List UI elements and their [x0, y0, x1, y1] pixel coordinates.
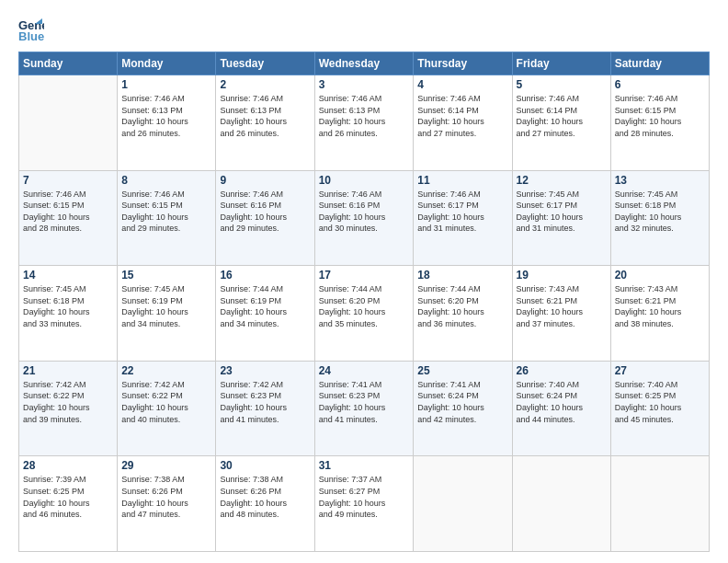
day-cell: 7Sunrise: 7:46 AM Sunset: 6:15 PM Daylig…: [19, 170, 118, 266]
day-info: Sunrise: 7:46 AM Sunset: 6:15 PM Dayligh…: [615, 93, 705, 139]
day-number: 3: [319, 78, 410, 91]
day-number: 31: [319, 459, 410, 472]
day-number: 20: [615, 269, 705, 282]
day-cell: 11Sunrise: 7:46 AM Sunset: 6:17 PM Dayli…: [414, 170, 512, 266]
day-number: 19: [517, 269, 607, 282]
day-number: 17: [319, 269, 410, 282]
day-info: Sunrise: 7:41 AM Sunset: 6:24 PM Dayligh…: [417, 379, 507, 425]
day-info: Sunrise: 7:44 AM Sunset: 6:20 PM Dayligh…: [417, 283, 507, 329]
day-cell: 22Sunrise: 7:42 AM Sunset: 6:22 PM Dayli…: [118, 361, 216, 456]
day-info: Sunrise: 7:42 AM Sunset: 6:22 PM Dayligh…: [121, 379, 211, 425]
day-number: 18: [417, 269, 507, 282]
day-cell: 23Sunrise: 7:42 AM Sunset: 6:23 PM Dayli…: [216, 361, 314, 456]
day-number: 6: [615, 78, 705, 91]
day-cell: 19Sunrise: 7:43 AM Sunset: 6:21 PM Dayli…: [512, 266, 610, 362]
day-number: 15: [121, 269, 211, 282]
day-number: 26: [517, 364, 607, 377]
day-number: 9: [220, 174, 310, 187]
day-cell: 2Sunrise: 7:46 AM Sunset: 6:13 PM Daylig…: [216, 75, 314, 171]
day-number: 2: [220, 78, 310, 91]
day-info: Sunrise: 7:46 AM Sunset: 6:16 PM Dayligh…: [319, 189, 410, 235]
day-number: 24: [319, 364, 410, 377]
day-info: Sunrise: 7:38 AM Sunset: 6:26 PM Dayligh…: [220, 474, 310, 520]
week-row-4: 21Sunrise: 7:42 AM Sunset: 6:22 PM Dayli…: [19, 361, 710, 456]
weekday-header-thursday: Thursday: [414, 52, 512, 75]
day-info: Sunrise: 7:46 AM Sunset: 6:15 PM Dayligh…: [23, 189, 113, 235]
calendar-table: SundayMondayTuesdayWednesdayThursdayFrid…: [18, 52, 710, 552]
day-number: 16: [220, 269, 310, 282]
day-info: Sunrise: 7:41 AM Sunset: 6:23 PM Dayligh…: [319, 379, 410, 425]
day-info: Sunrise: 7:46 AM Sunset: 6:15 PM Dayligh…: [121, 189, 211, 235]
day-cell: 21Sunrise: 7:42 AM Sunset: 6:22 PM Dayli…: [19, 361, 118, 456]
day-cell: 6Sunrise: 7:46 AM Sunset: 6:15 PM Daylig…: [610, 75, 709, 171]
day-cell: 30Sunrise: 7:38 AM Sunset: 6:26 PM Dayli…: [216, 456, 314, 552]
day-cell: 29Sunrise: 7:38 AM Sunset: 6:26 PM Dayli…: [118, 456, 216, 552]
logo-icon: General Blue: [18, 17, 44, 42]
day-cell: [19, 75, 118, 171]
day-cell: 8Sunrise: 7:46 AM Sunset: 6:15 PM Daylig…: [118, 170, 216, 266]
day-cell: 25Sunrise: 7:41 AM Sunset: 6:24 PM Dayli…: [414, 361, 512, 456]
day-info: Sunrise: 7:46 AM Sunset: 6:17 PM Dayligh…: [417, 189, 507, 235]
day-number: 1: [121, 78, 211, 91]
day-info: Sunrise: 7:40 AM Sunset: 6:25 PM Dayligh…: [615, 379, 705, 425]
day-cell: 1Sunrise: 7:46 AM Sunset: 6:13 PM Daylig…: [118, 75, 216, 171]
day-cell: [610, 456, 709, 552]
day-cell: 10Sunrise: 7:46 AM Sunset: 6:16 PM Dayli…: [314, 170, 414, 266]
day-info: Sunrise: 7:44 AM Sunset: 6:20 PM Dayligh…: [319, 283, 410, 329]
day-number: 25: [417, 364, 507, 377]
day-cell: 4Sunrise: 7:46 AM Sunset: 6:14 PM Daylig…: [414, 75, 512, 171]
weekday-header-saturday: Saturday: [610, 52, 709, 75]
day-cell: [512, 456, 610, 552]
weekday-header-monday: Monday: [118, 52, 216, 75]
day-info: Sunrise: 7:46 AM Sunset: 6:14 PM Dayligh…: [417, 93, 507, 139]
day-info: Sunrise: 7:42 AM Sunset: 6:23 PM Dayligh…: [220, 379, 310, 425]
day-cell: 20Sunrise: 7:43 AM Sunset: 6:21 PM Dayli…: [610, 266, 709, 362]
day-info: Sunrise: 7:45 AM Sunset: 6:18 PM Dayligh…: [615, 189, 705, 235]
day-cell: [414, 456, 512, 552]
day-info: Sunrise: 7:46 AM Sunset: 6:13 PM Dayligh…: [121, 93, 211, 139]
day-number: 27: [615, 364, 705, 377]
day-cell: 27Sunrise: 7:40 AM Sunset: 6:25 PM Dayli…: [610, 361, 709, 456]
day-info: Sunrise: 7:46 AM Sunset: 6:13 PM Dayligh…: [319, 93, 410, 139]
day-number: 12: [517, 174, 607, 187]
day-info: Sunrise: 7:45 AM Sunset: 6:19 PM Dayligh…: [121, 283, 211, 329]
day-number: 11: [417, 174, 507, 187]
day-cell: 3Sunrise: 7:46 AM Sunset: 6:13 PM Daylig…: [314, 75, 414, 171]
day-info: Sunrise: 7:42 AM Sunset: 6:22 PM Dayligh…: [23, 379, 113, 425]
day-number: 8: [121, 174, 211, 187]
day-info: Sunrise: 7:43 AM Sunset: 6:21 PM Dayligh…: [517, 283, 607, 329]
week-row-5: 28Sunrise: 7:39 AM Sunset: 6:25 PM Dayli…: [19, 456, 710, 552]
weekday-header-wednesday: Wednesday: [314, 52, 414, 75]
day-info: Sunrise: 7:38 AM Sunset: 6:26 PM Dayligh…: [121, 474, 211, 520]
svg-text:Blue: Blue: [18, 29, 44, 42]
day-number: 28: [23, 459, 113, 472]
weekday-header-sunday: Sunday: [19, 52, 118, 75]
day-cell: 9Sunrise: 7:46 AM Sunset: 6:16 PM Daylig…: [216, 170, 314, 266]
weekday-header-row: SundayMondayTuesdayWednesdayThursdayFrid…: [19, 52, 710, 75]
day-info: Sunrise: 7:40 AM Sunset: 6:24 PM Dayligh…: [517, 379, 607, 425]
weekday-header-friday: Friday: [512, 52, 610, 75]
day-info: Sunrise: 7:45 AM Sunset: 6:17 PM Dayligh…: [517, 189, 607, 235]
day-number: 14: [23, 269, 113, 282]
day-info: Sunrise: 7:46 AM Sunset: 6:16 PM Dayligh…: [220, 189, 310, 235]
day-number: 22: [121, 364, 211, 377]
day-cell: 13Sunrise: 7:45 AM Sunset: 6:18 PM Dayli…: [610, 170, 709, 266]
day-number: 7: [23, 174, 113, 187]
day-info: Sunrise: 7:39 AM Sunset: 6:25 PM Dayligh…: [23, 474, 113, 520]
week-row-3: 14Sunrise: 7:45 AM Sunset: 6:18 PM Dayli…: [19, 266, 710, 362]
day-cell: 18Sunrise: 7:44 AM Sunset: 6:20 PM Dayli…: [414, 266, 512, 362]
logo: General Blue: [18, 17, 50, 42]
day-cell: 15Sunrise: 7:45 AM Sunset: 6:19 PM Dayli…: [118, 266, 216, 362]
day-number: 13: [615, 174, 705, 187]
day-cell: 26Sunrise: 7:40 AM Sunset: 6:24 PM Dayli…: [512, 361, 610, 456]
week-row-1: 1Sunrise: 7:46 AM Sunset: 6:13 PM Daylig…: [19, 75, 710, 171]
day-cell: 14Sunrise: 7:45 AM Sunset: 6:18 PM Dayli…: [19, 266, 118, 362]
day-cell: 12Sunrise: 7:45 AM Sunset: 6:17 PM Dayli…: [512, 170, 610, 266]
day-info: Sunrise: 7:43 AM Sunset: 6:21 PM Dayligh…: [615, 283, 705, 329]
day-number: 29: [121, 459, 211, 472]
day-number: 21: [23, 364, 113, 377]
day-number: 4: [417, 78, 507, 91]
day-number: 10: [319, 174, 410, 187]
day-cell: 24Sunrise: 7:41 AM Sunset: 6:23 PM Dayli…: [314, 361, 414, 456]
page: General Blue SundayMondayTuesdayWednesda…: [0, 0, 728, 563]
